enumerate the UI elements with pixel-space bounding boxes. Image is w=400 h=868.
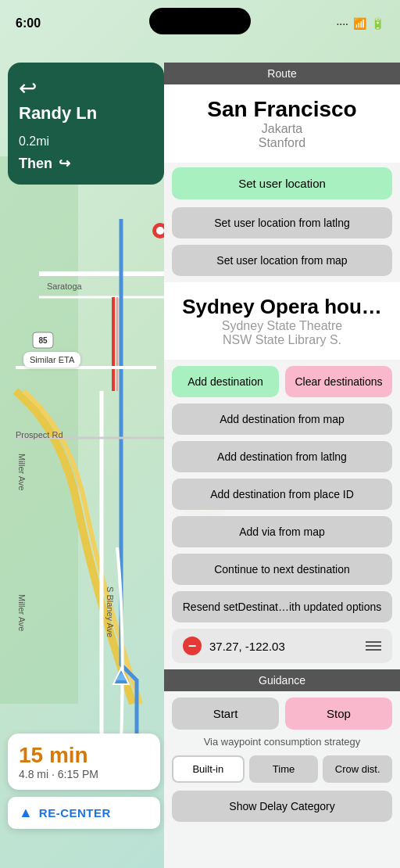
nav-turn-icon: ↩	[19, 75, 153, 101]
show-delay-category-button[interactable]: Show Delay Category	[172, 791, 392, 822]
similar-eta-bubble: Similar ETA	[23, 352, 80, 368]
wifi-icon: 📶	[353, 17, 366, 30]
nav-distance: 0.2mi	[19, 123, 153, 152]
svg-text:85: 85	[38, 336, 48, 345]
recenter-button[interactable]: ▲ RE-CENTER	[8, 797, 160, 829]
built-in-strategy-button[interactable]: Built-in	[172, 755, 245, 783]
add-destination-button[interactable]: Add destination	[172, 366, 279, 397]
eta-details: 4.8 mi · 6:15 PM	[19, 768, 149, 780]
set-user-location-map-button[interactable]: Set user location from map	[172, 245, 392, 276]
destination-title: Sydney Opera hou…	[173, 295, 391, 319]
eta-time: 15 min	[19, 743, 149, 768]
resend-set-destination-button[interactable]: Resend setDestinat…ith updated options	[172, 591, 392, 622]
destination-sub2: NSW State Library S.	[173, 333, 391, 347]
stop-button[interactable]: Stop	[285, 698, 392, 730]
strategy-row: Built-in Time Crow dist.	[172, 755, 392, 783]
set-user-location-button[interactable]: Set user location	[172, 167, 392, 199]
status-icons: ···· 📶 🔋	[336, 17, 384, 30]
location-city: San Francisco	[173, 97, 391, 122]
continue-next-destination-button[interactable]: Continue to next destination	[172, 554, 392, 585]
add-clear-row: Add destination Clear destinations	[172, 366, 392, 397]
location-display: San Francisco Jakarta Stanford	[164, 84, 400, 163]
clear-destinations-button[interactable]: Clear destinations	[285, 366, 392, 397]
miller-ave-label: Miller Ave	[17, 454, 27, 490]
minus-button[interactable]: −	[183, 637, 202, 655]
location-coords: 37.27, -122.03	[209, 640, 358, 653]
start-button[interactable]: Start	[172, 698, 279, 730]
recenter-label: RE-CENTER	[39, 806, 111, 820]
destination-sub1: Sydney State Theatre	[173, 319, 391, 333]
status-time: 6:00	[16, 16, 41, 30]
navigation-card: ↩ Randy Ln 0.2mi Then ↪	[8, 63, 164, 185]
saratoga-label: Saratoga	[47, 282, 82, 291]
menu-icon[interactable]	[366, 641, 381, 651]
add-destination-from-latlng-button[interactable]: Add destination from latlng	[172, 441, 392, 472]
eta-card: 15 min 4.8 mi · 6:15 PM	[8, 733, 160, 790]
battery-icon: 🔋	[371, 17, 384, 30]
nav-then-row: Then ↪	[19, 155, 153, 172]
dynamic-island	[149, 8, 251, 34]
route-section-header: Route	[164, 63, 400, 84]
location-sub2: Stanford	[173, 136, 391, 150]
add-via-from-map-button[interactable]: Add via from map	[172, 516, 392, 547]
start-stop-row: Start Stop	[172, 698, 392, 730]
nav-street-name: Randy Ln	[19, 104, 153, 123]
right-panel: Route San Francisco Jakarta Stanford Set…	[164, 63, 400, 868]
recenter-arrow-icon: ▲	[19, 805, 33, 821]
set-user-location-latlng-button[interactable]: Set user location from latlng	[172, 207, 392, 239]
time-strategy-button[interactable]: Time	[249, 755, 319, 783]
location-sub1: Jakarta	[173, 122, 391, 136]
add-destination-from-place-id-button[interactable]: Add destination from place ID	[172, 479, 392, 510]
prospect-rd-label: Prospect Rd	[16, 430, 63, 439]
blaney-label: S Blaney Ave	[105, 586, 115, 637]
location-coords-row: − 37.27, -122.03	[172, 629, 392, 663]
guidance-section-header: Guidance	[164, 669, 400, 691]
nav-then-arrow: ↪	[59, 155, 70, 172]
nav-then-label: Then	[19, 156, 52, 172]
signal-icon: ····	[336, 17, 348, 30]
destination-display: Sydney Opera hou… Sydney State Theatre N…	[164, 282, 400, 360]
miller-ave-2-label: Miller Ave	[17, 594, 27, 631]
svg-point-7	[156, 227, 164, 235]
crow-dist-strategy-button[interactable]: Crow dist.	[323, 755, 392, 783]
add-destination-from-map-button[interactable]: Add destination from map	[172, 404, 392, 435]
waypoint-label: Via waypoint consumption strategy	[172, 736, 392, 748]
